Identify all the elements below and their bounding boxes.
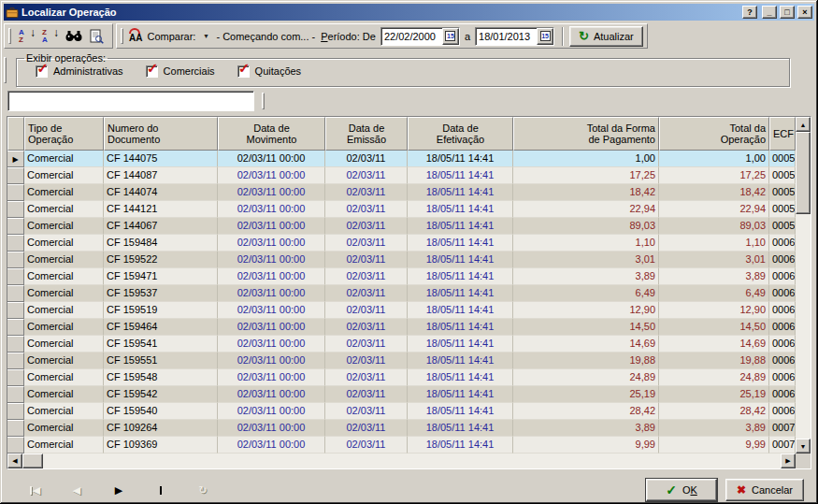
table-row[interactable]: ComercialCF 10936902/03/11 00:0002/03/11…: [7, 437, 811, 454]
minimize-button[interactable]: _: [762, 6, 777, 19]
horizontal-scroll-thumb[interactable]: [22, 454, 43, 468]
panel-grip[interactable]: [121, 28, 123, 44]
grid-cell-tipo[interactable]: Comercial: [24, 319, 104, 336]
close-button[interactable]: ×: [797, 6, 812, 19]
grid-cell-forma[interactable]: 89,03: [513, 218, 659, 235]
grid-cell-total[interactable]: 19,88: [659, 353, 769, 369]
grid-cell-ecf[interactable]: 0005: [769, 151, 796, 167]
table-row[interactable]: ComercialCF 15948402/03/11 00:0002/03/11…: [7, 235, 811, 252]
grid-cell-doc[interactable]: CF 144074: [104, 184, 218, 201]
scroll-down-button[interactable]: ▼: [796, 439, 811, 454]
grid-cell-mov[interactable]: 02/03/11 00:00: [218, 302, 325, 319]
grid-cell-emissao[interactable]: 02/03/11: [325, 151, 408, 167]
grid-cell-emissao[interactable]: 02/03/11: [325, 420, 408, 437]
grid-cell-total[interactable]: 9,99: [659, 437, 769, 454]
grid-cell-total[interactable]: 3,89: [659, 268, 769, 285]
grid-cell-efet[interactable]: 18/05/11 14:41: [408, 218, 513, 235]
grid-cell-total[interactable]: 14,69: [659, 336, 769, 353]
grid-cell-doc[interactable]: CF 159548: [104, 369, 218, 386]
grid-cell-doc[interactable]: CF 144121: [104, 201, 218, 218]
grid-cell-emissao[interactable]: 02/03/11: [325, 386, 408, 403]
grid-cell-tipo[interactable]: Comercial: [24, 201, 104, 218]
grid-cell-tipo[interactable]: Comercial: [24, 184, 104, 201]
grid-cell-tipo[interactable]: Comercial: [24, 437, 104, 454]
table-row[interactable]: ComercialCF 14406702/03/11 00:0002/03/11…: [7, 218, 811, 235]
grid-cell-efet[interactable]: 18/05/11 14:41: [408, 437, 513, 454]
comparar-dropdown-button[interactable]: ▼: [198, 28, 213, 45]
grid-cell-efet[interactable]: 18/05/11 14:41: [408, 403, 513, 420]
table-row[interactable]: ComercialCF 15946402/03/11 00:0002/03/11…: [7, 319, 811, 336]
grid-cell-mov[interactable]: 02/03/11 00:00: [218, 252, 325, 268]
grid-cell-ecf[interactable]: 0006: [769, 268, 796, 285]
vertical-scroll-track[interactable]: [796, 214, 811, 439]
grid-cell-mov[interactable]: 02/03/11 00:00: [218, 386, 325, 403]
table-row[interactable]: ComercialCF 15951902/03/11 00:0002/03/11…: [7, 302, 811, 319]
grid-cell-ecf[interactable]: 0006: [769, 319, 796, 336]
grid-cell-total[interactable]: 6,49: [659, 285, 769, 302]
grid-cell-efet[interactable]: 18/05/11 14:41: [408, 184, 513, 201]
grid-cell-emissao[interactable]: 02/03/11: [325, 252, 408, 268]
grid-cell-ecf[interactable]: 0006: [769, 235, 796, 252]
atualizar-button[interactable]: ↻ Atualizar: [569, 26, 643, 47]
date-from-input[interactable]: [382, 29, 442, 44]
grid-cell-total[interactable]: 12,90: [659, 302, 769, 319]
grid-cell-forma[interactable]: 24,89: [513, 369, 659, 386]
table-row[interactable]: ComercialCF 15954202/03/11 00:0002/03/11…: [7, 386, 811, 403]
column-header-efet[interactable]: Data deEfetivação: [408, 117, 513, 151]
grid-cell-tipo[interactable]: Comercial: [24, 302, 104, 319]
grid-cell-forma[interactable]: 14,50: [513, 319, 659, 336]
grid-cell-ecf[interactable]: 0005: [769, 218, 796, 235]
date-to-input[interactable]: [477, 29, 537, 44]
grid-cell-emissao[interactable]: 02/03/11: [325, 403, 408, 420]
grid-cell-forma[interactable]: 1,00: [513, 151, 659, 167]
grid-cell-forma[interactable]: 25,19: [513, 386, 659, 403]
grid-cell-doc[interactable]: CF 159464: [104, 319, 218, 336]
table-row[interactable]: ComercialCF 14407402/03/11 00:0002/03/11…: [7, 184, 811, 201]
grid-cell-doc[interactable]: CF 159471: [104, 268, 218, 285]
grid-cell-efet[interactable]: 18/05/11 14:41: [408, 302, 513, 319]
grid-cell-forma[interactable]: 6,49: [513, 285, 659, 302]
grid-cell-forma[interactable]: 19,88: [513, 353, 659, 369]
grid-cell-efet[interactable]: 18/05/11 14:41: [408, 369, 513, 386]
grid-cell-doc[interactable]: CF 159519: [104, 302, 218, 319]
grid-cell-ecf[interactable]: 0006: [769, 302, 796, 319]
checkbox-comerciais[interactable]: ✓ Comerciais: [146, 65, 215, 78]
grid-cell-mov[interactable]: 02/03/11 00:00: [218, 420, 325, 437]
grid-cell-tipo[interactable]: Comercial: [24, 285, 104, 302]
grid-cell-emissao[interactable]: 02/03/11: [325, 285, 408, 302]
checkbox-administrativas[interactable]: ✓ Administrativas: [36, 65, 123, 78]
sort-descending-button[interactable]: ZA↓: [38, 26, 62, 47]
grid-cell-tipo[interactable]: Comercial: [24, 252, 104, 268]
grid-cell-tipo[interactable]: Comercial: [24, 420, 104, 437]
grid-cell-emissao[interactable]: 02/03/11: [325, 437, 408, 454]
grid-cell-mov[interactable]: 02/03/11 00:00: [218, 151, 325, 167]
grid-cell-doc[interactable]: CF 144067: [104, 218, 218, 235]
grid-cell-forma[interactable]: 1,10: [513, 235, 659, 252]
grid-cell-ecf[interactable]: 0006: [769, 386, 796, 403]
grid-cell-total[interactable]: 18,42: [659, 184, 769, 201]
find-button[interactable]: [62, 26, 85, 47]
grid-cell-total[interactable]: 1,00: [659, 151, 769, 167]
grid-cell-forma[interactable]: 18,42: [513, 184, 659, 201]
help-button[interactable]: ?: [742, 6, 757, 19]
grid-cell-doc[interactable]: CF 159484: [104, 235, 218, 252]
grid-cell-doc[interactable]: CF 144075: [104, 151, 218, 167]
grid-cell-tipo[interactable]: Comercial: [24, 151, 104, 167]
grid-cell-ecf[interactable]: 0006: [769, 336, 796, 353]
grid-cell-total[interactable]: 17,25: [659, 167, 769, 184]
band-grip[interactable]: [4, 52, 10, 87]
table-row[interactable]: ComercialCF 14408702/03/11 00:0002/03/11…: [7, 167, 811, 184]
maximize-button[interactable]: □: [780, 6, 795, 19]
grid-cell-mov[interactable]: 02/03/11 00:00: [218, 201, 325, 218]
preview-button[interactable]: [85, 26, 108, 47]
grid-cell-mov[interactable]: 02/03/11 00:00: [218, 268, 325, 285]
grid-cell-doc[interactable]: CF 159537: [104, 285, 218, 302]
grid-cell-ecf[interactable]: 0006: [769, 252, 796, 268]
grid-cell-mov[interactable]: 02/03/11 00:00: [218, 285, 325, 302]
grid-cell-emissao[interactable]: 02/03/11: [325, 302, 408, 319]
grid-cell-forma[interactable]: 3,89: [513, 420, 659, 437]
panel-grip[interactable]: [8, 28, 11, 44]
grid-cell-total[interactable]: 25,19: [659, 386, 769, 403]
grid-cell-ecf[interactable]: 0005: [769, 167, 796, 184]
grid-cell-ecf[interactable]: 0006: [769, 403, 796, 420]
